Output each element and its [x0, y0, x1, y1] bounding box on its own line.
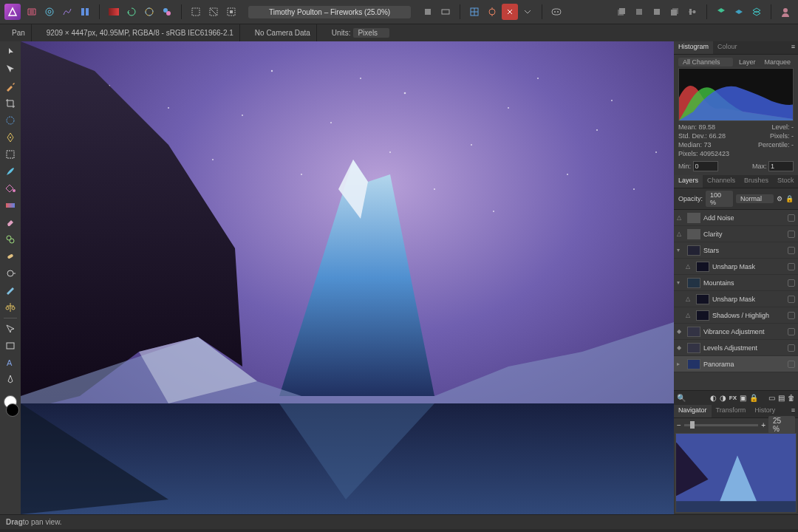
layer-type-icon[interactable]: △ [686, 296, 693, 302]
color-picker-tool[interactable] [2, 78, 18, 95]
crop-tool[interactable] [2, 95, 18, 112]
tab-transform[interactable]: Transform [712, 405, 751, 417]
retouch-tool[interactable] [2, 282, 18, 299]
crop-layer-icon[interactable]: ▣ [740, 394, 746, 402]
lock-layer-icon[interactable]: 🔒 [749, 394, 758, 402]
text-tool[interactable]: A [2, 355, 18, 371]
layer-row[interactable]: ▾Mountains [674, 275, 798, 291]
paint-brush-tool[interactable] [2, 163, 18, 180]
layer-visibility-toggle[interactable] [788, 344, 795, 352]
gear-icon[interactable]: ⚙ [777, 195, 782, 202]
fill-tool[interactable] [2, 180, 18, 197]
hist-max-input[interactable] [768, 161, 794, 171]
view-tool[interactable] [2, 44, 18, 61]
add-pixel-layer-icon[interactable]: ▤ [778, 394, 785, 402]
layer-visibility-toggle[interactable] [788, 296, 795, 303]
align-icon[interactable] [684, 4, 700, 20]
selection-brush-tool[interactable] [2, 112, 18, 129]
fx-icon[interactable]: FX [729, 395, 737, 401]
arrange-backward-icon[interactable] [631, 4, 647, 20]
snapping-icon[interactable] [484, 4, 500, 20]
layer-visibility-toggle[interactable] [788, 231, 795, 238]
add-mask-icon[interactable] [731, 4, 747, 20]
layer-type-icon[interactable]: △ [677, 231, 684, 237]
erase-tool[interactable] [2, 214, 18, 231]
layer-row[interactable]: ◆Vibrance Adjustment [674, 324, 798, 340]
swatch-cycle-icon[interactable] [123, 4, 140, 20]
channels-dropdown[interactable]: All Channels [678, 58, 733, 66]
rectangle-tool[interactable] [2, 338, 18, 354]
select-all-icon[interactable] [188, 4, 204, 20]
force-pixel-align-icon[interactable] [502, 4, 518, 20]
background-color[interactable] [6, 403, 19, 417]
delete-layer-icon[interactable]: 🗑 [788, 394, 795, 402]
tab-navigator[interactable]: Navigator [674, 405, 712, 417]
layer-type-icon[interactable]: △ [677, 214, 684, 221]
layer-row[interactable]: ▾Stars [674, 242, 798, 259]
mode-layer[interactable]: Layer [736, 58, 759, 66]
clone-tool[interactable] [2, 231, 18, 248]
navigator-preview[interactable] [675, 433, 797, 513]
layer-type-icon[interactable]: ◆ [677, 344, 684, 351]
zoom-in-button[interactable]: + [761, 421, 765, 429]
adjustment-icon[interactable]: ◑ [720, 394, 726, 402]
layer-visibility-toggle[interactable] [788, 328, 795, 335]
panel-menu-icon[interactable]: ≡ [788, 41, 798, 54]
layer-visibility-toggle[interactable] [788, 279, 795, 287]
zoom-slider[interactable] [684, 424, 758, 426]
add-layer-icon[interactable] [713, 4, 729, 20]
pixel-grid-icon[interactable] [466, 4, 482, 20]
layer-row[interactable]: ▸Panorama [674, 356, 798, 372]
layer-visibility-toggle[interactable] [788, 214, 795, 222]
flood-select-tool[interactable] [2, 129, 18, 146]
chevron-down-icon[interactable]: ▾ [677, 279, 684, 286]
layer-visibility-toggle[interactable] [788, 361, 795, 368]
eyedropper-sync-icon[interactable] [159, 4, 175, 20]
lock-icon[interactable]: 🔒 [785, 195, 794, 202]
layer-visibility-toggle[interactable] [788, 263, 795, 270]
gradient-tool[interactable] [2, 197, 18, 214]
persona-develop-icon[interactable] [59, 4, 75, 20]
toggle-mask-icon[interactable] [437, 4, 454, 20]
layer-type-icon[interactable]: ◆ [677, 328, 684, 335]
layer-row[interactable]: ◆Levels Adjustment [674, 340, 798, 356]
layer-row[interactable]: △Shadows / Highligh [674, 307, 798, 324]
tab-stock[interactable]: Stock [773, 175, 798, 188]
arrange-forward-icon[interactable] [649, 4, 665, 20]
color-wheel-icon[interactable] [141, 4, 157, 20]
arrange-back-icon[interactable] [613, 4, 630, 20]
assistant-icon[interactable] [548, 4, 565, 20]
mode-marquee[interactable]: Marquee [761, 58, 794, 66]
heal-tool[interactable] [2, 248, 18, 265]
persona-export-icon[interactable] [77, 4, 93, 20]
layer-visibility-toggle[interactable] [788, 312, 795, 319]
chevron-down-icon[interactable]: ▾ [677, 247, 684, 253]
tab-colour[interactable]: Colour [713, 41, 742, 54]
group-icon[interactable]: ▭ [768, 394, 775, 402]
zoom-value[interactable]: 25 % [768, 416, 795, 434]
quick-mask-icon[interactable] [420, 4, 436, 20]
app-icon[interactable] [4, 4, 21, 20]
hist-min-input[interactable] [693, 161, 718, 171]
select-none-icon[interactable] [205, 4, 222, 20]
canvas[interactable] [21, 41, 674, 514]
layer-visibility-toggle[interactable] [788, 247, 795, 254]
move-tool[interactable] [2, 61, 18, 78]
zoom-out-button[interactable]: − [677, 421, 681, 429]
layer-type-icon[interactable]: △ [686, 312, 693, 318]
pen-tool[interactable] [2, 372, 18, 388]
layer-row[interactable]: △Unsharp Mask [674, 259, 798, 275]
units-dropdown[interactable]: Pixels [353, 28, 389, 38]
settings-dropdown-icon[interactable] [519, 4, 536, 20]
layer-row[interactable]: △Clarity [674, 226, 798, 242]
opacity-value[interactable]: 100 % [706, 191, 733, 207]
tab-layers[interactable]: Layers [674, 175, 703, 188]
account-icon[interactable] [777, 4, 794, 20]
layer-type-icon[interactable]: ▸ [677, 361, 684, 367]
swatch-red-icon[interactable] [106, 4, 122, 20]
tab-brushes[interactable]: Brushes [740, 175, 773, 188]
add-group-icon[interactable] [748, 4, 765, 20]
mask-icon[interactable]: ◐ [710, 394, 717, 402]
invert-selection-icon[interactable] [223, 4, 239, 20]
arrange-front-icon[interactable] [666, 4, 683, 20]
